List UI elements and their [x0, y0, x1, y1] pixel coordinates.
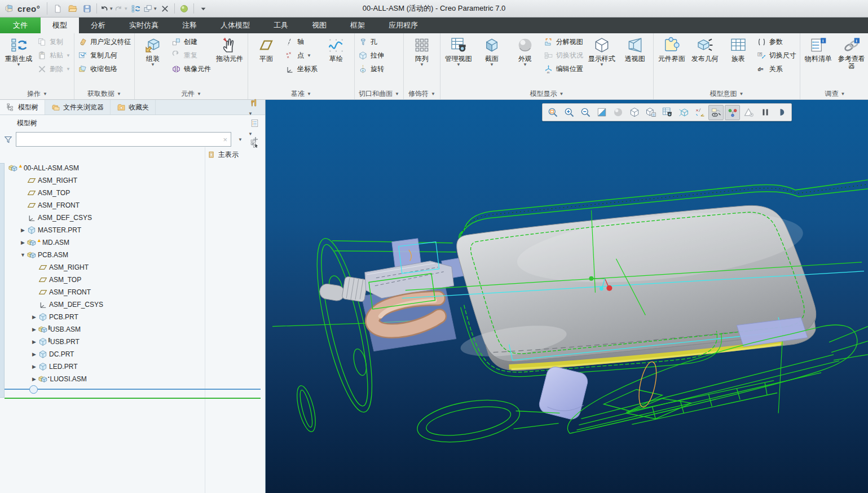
button-拉伸[interactable]: 拉伸 [356, 50, 386, 60]
tree-item-ASM_RIGHT[interactable]: ASM_RIGHT [5, 261, 265, 274]
panel-tab-模型树[interactable]: 模型树 [0, 100, 45, 115]
tree-item-ASM_RIGHT[interactable]: ASM_RIGHT [5, 174, 265, 187]
tree-filter-input[interactable] [20, 135, 221, 144]
tab-视图[interactable]: 视图 [300, 17, 338, 33]
open-file-button[interactable] [65, 2, 80, 15]
button-粘贴[interactable]: 粘贴▼ [36, 50, 72, 60]
button-关系[interactable]: d=关系 [755, 64, 798, 74]
expand-arrow-icon[interactable]: ▶ [30, 351, 38, 357]
expand-arrow-icon[interactable]: ▶ [19, 240, 27, 245]
button-切换尺寸[interactable]: 15切换尺寸 [755, 50, 798, 60]
tab-注释[interactable]: 注释 [170, 17, 209, 33]
button-切换状况[interactable]: 切换状况 [542, 50, 585, 60]
collapse-arrow-icon[interactable]: ▼ [19, 252, 27, 258]
new-file-button[interactable] [51, 2, 65, 15]
tree-item-ASM_FRONT[interactable]: ASM_FRONT [5, 286, 265, 298]
group-label-修饰符[interactable]: 修饰符▼ [406, 89, 438, 99]
button-组装[interactable]: 组装▼ [136, 35, 169, 68]
button-平面[interactable]: 平面 [250, 35, 283, 63]
expand-arrow-icon[interactable]: ▶ [19, 227, 27, 233]
window-switch-button[interactable]: ▼ [143, 2, 157, 15]
tree-item-ASM_FRONT[interactable]: ASM_FRONT [5, 199, 265, 212]
tree-item-PCB.ASM[interactable]: ▼PCB.ASM [5, 249, 265, 261]
zoom-in-button[interactable] [561, 105, 576, 120]
tree-item-LUOSI.ASM[interactable]: ▶▪LUOSI.ASM [5, 373, 265, 385]
panel-tab-收藏夹[interactable]: 收藏夹 [111, 100, 156, 115]
graphics-area[interactable] [266, 100, 868, 493]
button-旋转[interactable]: 旋转 [356, 64, 386, 74]
tree-item-ASM_DEF_CSYS[interactable]: ASM_DEF_CSYS [5, 298, 265, 311]
zoom-out-button[interactable] [578, 105, 593, 120]
group-label-切口和曲面[interactable]: 切口和曲面▼ [356, 89, 402, 99]
button-重新生成[interactable]: 重新生成▼ [2, 35, 35, 68]
group-label-元件[interactable]: 元件▼ [136, 89, 246, 99]
button-参数[interactable]: 参数 [755, 37, 798, 47]
tree-item-ASM_DEF_CSYS[interactable]: ASM_DEF_CSYS [5, 212, 265, 224]
button-孔[interactable]: 孔 [356, 37, 386, 47]
button-点[interactable]: 点▼ [283, 50, 319, 60]
button-阵列[interactable]: 阵列▼ [406, 35, 438, 68]
tree-item-USB.ASM[interactable]: ▶∥USB.ASM [5, 323, 265, 336]
button-编辑位置[interactable]: 45编辑位置 [542, 64, 585, 74]
tree-filters-button[interactable] [248, 96, 261, 109]
customize-toolbar-button[interactable] [196, 2, 210, 15]
tree-settings-button[interactable] [248, 117, 261, 129]
redo-button[interactable]: ▼ [114, 2, 128, 15]
button-用户定义特征[interactable]: 用户定义特征 [76, 37, 133, 47]
expand-arrow-icon[interactable]: ▶ [30, 314, 38, 320]
tab-文件[interactable]: 文件 [0, 17, 41, 33]
tab-实时仿真[interactable]: 实时仿真 [117, 17, 170, 33]
filter-clear-icon[interactable]: × [223, 135, 227, 144]
tree-item-ASM_TOP[interactable]: ASM_TOP [5, 274, 265, 286]
button-管理视图[interactable]: 管理视图▼ [442, 35, 475, 68]
button-坐标系[interactable]: 坐标系 [283, 64, 319, 74]
refit-button[interactable] [594, 105, 609, 120]
tree-filter-input-wrap[interactable]: × [16, 132, 231, 147]
button-截面[interactable]: 截面▼ [475, 35, 508, 68]
button-发布几何[interactable]: 发布几何 [689, 35, 721, 63]
save-button[interactable] [80, 2, 94, 15]
tab-人体模型[interactable]: 人体模型 [209, 17, 262, 33]
tree-item-LED.PRT[interactable]: ▶LED.PRT [5, 360, 265, 373]
resume-button[interactable] [774, 105, 789, 120]
tree-item-ASM_TOP[interactable]: ASM_TOP [5, 187, 265, 199]
model-display-button[interactable] [177, 2, 191, 15]
regenerate-quick-button[interactable] [129, 2, 143, 15]
tree-item-00-ALL-ASM.ASM[interactable]: ▲00-ALL-ASM.ASM [5, 162, 265, 174]
tree-item-DC.PRT[interactable]: ▶DC.PRT [5, 348, 265, 360]
annotation-display-button[interactable] [708, 105, 724, 120]
group-label-调查[interactable]: 调查▼ [802, 89, 868, 99]
button-拖动元件[interactable]: 拖动元件 [213, 35, 246, 63]
expand-arrow-icon[interactable]: ▶ [30, 376, 38, 382]
zoom-region-button[interactable] [545, 105, 560, 120]
button-重复[interactable]: 重复 [170, 50, 213, 60]
3d-notes-button[interactable] [741, 105, 756, 120]
button-创建[interactable]: 创建 [170, 37, 213, 47]
tree-item-MD.ASM[interactable]: ▶▲MD.ASM [5, 236, 265, 249]
tree-item-USB.PRT[interactable]: ▶∥USB.PRT [5, 336, 265, 348]
spin-center-button[interactable] [725, 105, 740, 120]
button-草绘[interactable]: 草绘 [320, 35, 353, 63]
expand-arrow-icon[interactable]: ▶ [30, 339, 38, 345]
perspective-view-button[interactable] [676, 105, 691, 120]
tree-insert-locator-handle[interactable] [29, 385, 38, 394]
tree-item-MASTER.PRT[interactable]: ▶MASTER.PRT [5, 224, 265, 236]
button-分解视图[interactable]: 分解视图 [542, 37, 585, 47]
button-复制[interactable]: 复制 [36, 37, 72, 47]
button-参考查看器[interactable]: i参考查看器 [835, 35, 868, 71]
group-label-模型意图[interactable]: 模型意图▼ [655, 89, 798, 99]
button-轴[interactable]: 轴 [283, 37, 319, 47]
button-收缩包络[interactable]: 收缩包络 [76, 64, 133, 74]
tab-分析[interactable]: 分析 [79, 17, 117, 33]
tree-item-PCB.PRT[interactable]: ▶PCB.PRT [5, 311, 265, 323]
undo-button[interactable]: ▼ [99, 2, 113, 15]
group-label-基准[interactable]: 基准▼ [250, 89, 353, 99]
filter-dropdown-button[interactable]: ▼ [234, 133, 246, 146]
close-window-button[interactable] [158, 2, 172, 15]
filter-add-button[interactable] [249, 133, 262, 146]
tab-工具[interactable]: 工具 [262, 17, 300, 33]
button-复制几何[interactable]: 复制几何 [76, 50, 133, 60]
button-显示样式[interactable]: 显示样式▼ [585, 35, 618, 68]
button-透视图[interactable]: 透视图 [619, 35, 651, 63]
datum-display-filters-button[interactable] [692, 105, 707, 120]
